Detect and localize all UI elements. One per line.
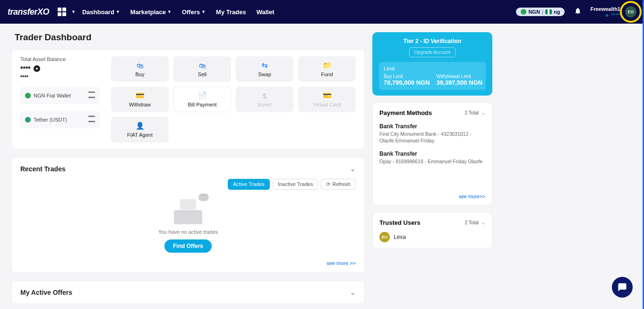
collapse-icon[interactable]: ⌄ [350, 164, 356, 173]
chevron-down-icon[interactable]: ⌄ [481, 110, 485, 115]
withdraw-limit-label: Withdrawal Limit [437, 74, 483, 79]
balance-card: Total Asset Balance **** **** NGN Fiat W… [11, 49, 365, 150]
logo-text: transferXO [8, 7, 49, 17]
bill-payment-button[interactable]: 📄Bill Payment [173, 87, 231, 112]
trusted-user-item[interactable]: EU Lexa [379, 232, 485, 242]
swap-button[interactable]: ⇆Swap [236, 56, 293, 82]
trusted-users-card: Trusted Users 2 Total⌄ EU Lexa [372, 212, 492, 248]
payment-method-item[interactable]: Bank Transfer Opay - 8168986618 - Emmanu… [379, 150, 485, 165]
chevron-down-icon: ▼ [116, 9, 120, 14]
nav-dashboard[interactable]: Dashboard▼ [82, 9, 120, 16]
empty-text: You have no active trades [158, 229, 218, 235]
action-label: Virtual Card [313, 102, 341, 107]
apps-grid-icon[interactable] [58, 8, 66, 16]
see-more-trades-link[interactable]: see more >> [20, 260, 356, 266]
page-title: Trader Dashboard [11, 32, 365, 43]
action-label: Sell [198, 71, 206, 77]
currency-selector[interactable]: NGN | ng [516, 8, 565, 16]
nav-wallet[interactable]: Wallet [257, 9, 275, 16]
nav-label: Dashboard [82, 9, 114, 16]
currency-code: NGN [528, 9, 540, 15]
active-offers-title: My Active Offers [20, 289, 72, 296]
withdraw-button[interactable]: 💳Withdraw [111, 87, 169, 112]
refresh-button[interactable]: ⟳Refresh [321, 179, 356, 190]
wallet-amount: ******** [88, 115, 95, 124]
invest-button: $Invest [236, 87, 293, 112]
payment-methods-title: Payment Methods [379, 109, 432, 116]
nav-offers[interactable]: Offers▼ [182, 9, 206, 16]
chat-fab[interactable] [612, 277, 633, 298]
balance-value: **** [20, 65, 100, 72]
payment-method-type: Bank Transfer [379, 123, 485, 130]
notifications-icon[interactable] [574, 7, 582, 17]
see-more-payment-link[interactable]: see more>> [379, 194, 485, 199]
wallet-amount: ******** [88, 90, 95, 100]
reload-icon: ⟳ [326, 181, 330, 187]
action-label: Withdraw [129, 102, 151, 107]
nav-label: Marketplace [130, 9, 166, 16]
username: Freewealth1 [590, 6, 620, 12]
ngn-icon [25, 93, 31, 98]
card-icon: 💳 [323, 91, 332, 100]
balance-subvalue: **** [20, 74, 100, 80]
trusted-user-avatar: EU [379, 232, 390, 242]
upgrade-account-button[interactable]: Upgrade Account [409, 47, 456, 57]
empty-illustration [174, 198, 202, 224]
payment-method-details: First City Monument Bank - 4323031012 - … [379, 131, 485, 144]
trusted-users-count: 2 Total [465, 220, 479, 225]
sell-button[interactable]: 🛍Sell [173, 56, 231, 82]
tab-active-trades[interactable]: Active Trades [228, 179, 270, 190]
action-label: FIAT Agent [127, 132, 153, 138]
wallet-icon: 💳 [136, 91, 145, 100]
chevron-down-icon: ▼ [167, 9, 172, 14]
chevron-down-icon: ▼ [201, 9, 206, 14]
recent-trades-card: Recent Trades ⌄ Active Trades Inactive T… [11, 157, 365, 273]
wallet-name: Tether (USDT) [34, 117, 67, 123]
chevron-down-icon: ▼ [71, 9, 76, 14]
nav-marketplace[interactable]: Marketplace▼ [130, 9, 172, 16]
usdt-icon [25, 117, 31, 123]
balance-label: Total Asset Balance [20, 56, 100, 62]
user-rating: 👁 **** [605, 13, 620, 18]
logo[interactable]: transferXO [8, 7, 49, 17]
payment-method-item[interactable]: Bank Transfer First City Monument Bank -… [379, 123, 485, 144]
action-grid: 🛍Buy 🛍Sell ⇆Swap 📁Fund 💳Withdraw 📄Bill P… [111, 56, 356, 142]
chevron-down-icon[interactable]: ⌄ [481, 220, 485, 225]
toggle-visibility-icon[interactable] [34, 65, 40, 72]
nav-mytrades[interactable]: My Trades [216, 9, 246, 16]
chat-icon [618, 283, 627, 292]
action-label: Fund [321, 71, 333, 77]
limit-box: Limit Buy Limit 78,795,000 NGN Withdrawa… [379, 62, 486, 90]
empty-state: You have no active trades Find Offers [20, 190, 356, 257]
fund-button[interactable]: 📁Fund [298, 56, 356, 82]
action-label: Buy [136, 71, 145, 77]
wallet-row-ngn[interactable]: NGN Fiat Wallet ******** [20, 87, 100, 104]
withdraw-limit-value: 39,397,500 NGN [437, 79, 483, 86]
bag-icon: 🛍 [199, 62, 206, 70]
fiat-agent-button[interactable]: 👤FIAT Agent [111, 117, 169, 142]
currency-dot-icon [521, 9, 526, 15]
find-offers-button[interactable]: Find Offers [164, 239, 212, 253]
recent-trades-title: Recent Trades [20, 165, 66, 173]
payment-method-details: Opay - 8168986618 - Emmanuel Friday Olao… [379, 159, 485, 165]
wallet-name: NGN Fiat Wallet [34, 93, 71, 98]
flag-icon [545, 9, 552, 14]
wallet-row-usdt[interactable]: Tether (USDT) ******** [20, 111, 100, 128]
swap-icon: ⇆ [262, 61, 268, 70]
action-label: Bill Payment [188, 102, 216, 107]
buy-limit-value: 78,795,000 NGN [384, 79, 430, 86]
folder-plus-icon: 📁 [323, 61, 332, 70]
action-label: Swap [258, 71, 271, 77]
buy-button[interactable]: 🛍Buy [111, 56, 169, 82]
nav-label: Offers [182, 9, 200, 16]
bag-icon: 🛍 [137, 62, 144, 70]
user-avatar[interactable]: EO [625, 6, 636, 18]
action-label: Invest [258, 102, 271, 107]
country-code: ng [554, 9, 560, 15]
buy-limit-label: Buy Limit [384, 74, 430, 79]
active-offers-card: My Active Offers ⌄ [11, 281, 365, 304]
nav-menu: Dashboard▼ Marketplace▼ Offers▼ My Trade… [82, 9, 275, 16]
tab-inactive-trades[interactable]: Inactive Trades [273, 179, 318, 190]
collapse-icon[interactable]: ⌄ [350, 288, 356, 297]
payment-methods-card: Payment Methods 2 Total⌄ Bank Transfer F… [372, 102, 492, 205]
